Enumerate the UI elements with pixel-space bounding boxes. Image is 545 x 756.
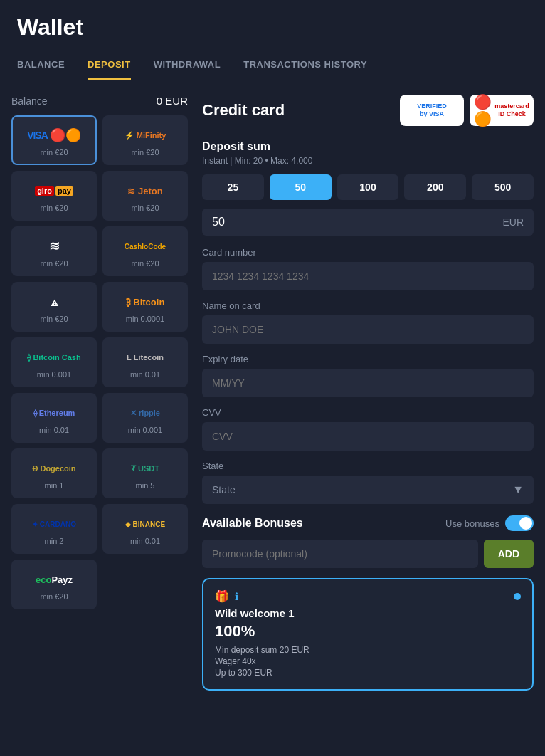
bitcoin-min: min 0.0001 [126, 315, 164, 323]
name-group: Name on card [202, 300, 534, 344]
ecopayz-logo: ecoPayz [36, 569, 73, 589]
bonuses-title: Available Bonuses [202, 517, 303, 530]
dogecoin-logo: Ð Dogecoin [32, 458, 75, 478]
binance-min: min 0.01 [130, 537, 160, 545]
payment-card-cashlocode[interactable]: CashloCode min €20 [102, 226, 188, 276]
jeton-logo: ≋ Jeton [127, 181, 162, 201]
payment-sidebar: Balance 0 EUR VISA 🔴🟠 min €20 ⚡ MiFinity… [11, 95, 188, 691]
panel-header: Credit card VERIFIED by VISA 🔴🟠 masterca… [202, 95, 534, 126]
verified-visa-badge: VERIFIED by VISA [400, 95, 464, 126]
card-number-label: Card number [202, 247, 534, 258]
balance-amount: 0 EUR [157, 95, 188, 107]
ripple-logo: ✕ ripple [130, 403, 160, 423]
bonus-percentage: 100% [215, 622, 521, 641]
giropay-logo: giro pay [35, 181, 73, 201]
card-number-input[interactable] [202, 262, 534, 290]
cvv-group: CVV [202, 407, 534, 451]
expiry-group: Expiry date [202, 354, 534, 397]
cvv-label: CVV [202, 407, 534, 418]
payment-card-bitcoincash[interactable]: ⟠ Bitcoin Cash min 0.001 [11, 337, 97, 387]
ethereum-logo: ⟠ Ethereum [33, 403, 75, 423]
payment-card-bitcoin[interactable]: ₿ Bitcoin min 0.0001 [102, 282, 188, 332]
amount-btn-25[interactable]: 25 [202, 174, 264, 200]
mifinity-logo: ⚡ MiFinity [125, 125, 166, 145]
payment-card-giropay[interactable]: giro pay min €20 [11, 171, 97, 221]
usdt-logo: ₮ USDT [131, 458, 159, 478]
state-select-wrap: State Alabama Alaska Arizona California … [202, 476, 534, 504]
amount-input-row: 50 EUR [202, 209, 534, 236]
payment-card-ecopayz[interactable]: ecoPayz min €20 [11, 560, 97, 609]
amount-value: 50 [212, 216, 502, 229]
promo-input[interactable] [202, 540, 478, 568]
payment-card-eco[interactable]: ⟁ min €20 [11, 282, 97, 332]
cardano-logo: ✦ CARDANO [32, 514, 76, 534]
bonus-wager: Wager 40x [215, 656, 521, 666]
add-promo-button[interactable]: ADD [484, 540, 534, 568]
bonus-header: Available Bonuses Use bonuses [202, 515, 534, 531]
state-select[interactable]: State Alabama Alaska Arizona California … [202, 476, 534, 504]
expiry-input[interactable] [202, 369, 534, 397]
verified-badges: VERIFIED by VISA 🔴🟠 mastercard ID Check [400, 95, 534, 126]
ach-logo: ≋ [49, 236, 60, 256]
payment-card-usdt[interactable]: ₮ USDT min 5 [102, 448, 188, 498]
tab-transactions[interactable]: TRANSACTIONS HISTORY [243, 52, 367, 80]
visa-logo: VISA 🔴🟠 [27, 125, 81, 145]
bonus-card: 🎁 ℹ Wild welcome 1 100% Min deposit sum … [202, 578, 534, 691]
payment-card-cardano[interactable]: ✦ CARDANO min 2 [11, 504, 97, 554]
payment-card-ach[interactable]: ≋ min €20 [11, 226, 97, 276]
payment-card-dogecoin[interactable]: Ð Dogecoin min 1 [11, 448, 97, 498]
bonus-name: Wild welcome 1 [215, 607, 521, 619]
tab-balance[interactable]: BALANCE [17, 52, 65, 80]
payment-card-mifinity[interactable]: ⚡ MiFinity min €20 [102, 115, 188, 165]
payment-card-binance[interactable]: ◆ BINANCE min 0.01 [102, 504, 188, 554]
main-content: Balance 0 EUR VISA 🔴🟠 min €20 ⚡ MiFinity… [0, 80, 545, 705]
payment-card-litecoin[interactable]: Ł Litecoin min 0.01 [102, 337, 188, 387]
expiry-label: Expiry date [202, 354, 534, 364]
use-bonuses-toggle[interactable] [505, 515, 534, 531]
litecoin-min: min 0.01 [130, 370, 160, 379]
payment-card-ripple[interactable]: ✕ ripple min 0.001 [102, 393, 188, 443]
amount-btn-500[interactable]: 500 [472, 174, 534, 200]
balance-bar: Balance 0 EUR [11, 95, 188, 107]
mastercard-badge: 🔴🟠 mastercard ID Check [470, 95, 534, 126]
bonus-gift-icon: 🎁 [215, 589, 229, 603]
dogecoin-min: min 1 [45, 481, 64, 490]
cashlocode-logo: CashloCode [125, 236, 166, 256]
tab-deposit[interactable]: DEPOSIT [88, 52, 131, 80]
usdt-min: min 5 [136, 481, 155, 490]
ripple-min: min 0.001 [128, 426, 162, 434]
ach-min: min €20 [40, 259, 68, 268]
bonus-min-deposit: Min deposit sum 20 EUR [215, 645, 521, 655]
use-bonuses-label: Use bonuses [445, 518, 499, 529]
cashlocode-min: min €20 [131, 259, 159, 268]
mastercard-circles-icon: 🔴🟠 [474, 93, 492, 127]
bonus-info-icon[interactable]: ℹ [235, 591, 238, 602]
mifinity-min: min €20 [131, 148, 159, 157]
amount-btn-50[interactable]: 50 [270, 174, 332, 200]
name-input[interactable] [202, 315, 534, 344]
deposit-info: Instant | Min: 20 • Max: 4,000 [202, 156, 534, 166]
amount-btn-200[interactable]: 200 [404, 174, 466, 200]
balance-label: Balance [11, 95, 48, 107]
ecopayz-min: min €20 [40, 592, 68, 601]
payment-card-ethereum[interactable]: ⟠ Ethereum min 0.01 [11, 393, 97, 443]
amount-btn-100[interactable]: 100 [337, 174, 399, 200]
promo-row: ADD [202, 540, 534, 568]
panel-title: Credit card [202, 101, 285, 120]
litecoin-logo: Ł Litecoin [127, 347, 164, 367]
mastercard-text: mastercard ID Check [494, 103, 529, 118]
amount-buttons: 25 50 100 200 500 [202, 174, 534, 200]
tab-withdrawal[interactable]: WITHDRAWAL [154, 52, 221, 80]
payment-methods-grid: VISA 🔴🟠 min €20 ⚡ MiFinity min €20 giro … [11, 115, 188, 609]
tab-bar: BALANCE DEPOSIT WITHDRAWAL TRANSACTIONS … [17, 52, 528, 80]
payment-card-visa[interactable]: VISA 🔴🟠 min €20 [11, 115, 97, 165]
bitcoincash-logo: ⟠ Bitcoin Cash [27, 347, 80, 367]
name-label: Name on card [202, 300, 534, 311]
ethereum-min: min 0.01 [39, 426, 69, 434]
state-group: State State Alabama Alaska Arizona Calif… [202, 461, 534, 504]
bonus-upto: Up to 300 EUR [215, 668, 521, 678]
bitcoin-logo: ₿ Bitcoin [126, 292, 165, 312]
cvv-input[interactable] [202, 422, 534, 451]
payment-card-jeton[interactable]: ≋ Jeton min €20 [102, 171, 188, 221]
eco-logo: ⟁ [51, 292, 58, 312]
